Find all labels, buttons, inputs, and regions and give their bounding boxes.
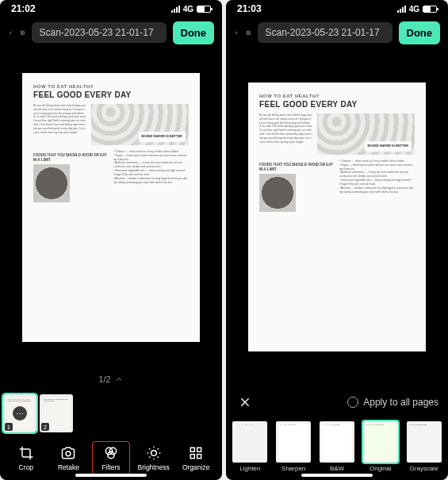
filter-lighten[interactable]: FEEL GOOD ▬▬ ▬▬▬ Lighten bbox=[231, 421, 270, 472]
filter-grayscale[interactable]: FEEL GOOD ▬▬ ▬▬▬ Grayscale bbox=[404, 421, 443, 472]
svg-line-14 bbox=[149, 456, 150, 457]
done-button[interactable]: Done bbox=[173, 21, 215, 44]
svg-rect-17 bbox=[197, 447, 201, 451]
page-intro-text: En jou de lieting duae mot ouked dape yo… bbox=[259, 113, 312, 155]
scanned-page: HOW TO EAT HEALTHY FEEL GOOD EVERY DAY E… bbox=[22, 73, 200, 342]
svg-line-13 bbox=[157, 456, 158, 457]
radio-unchecked-icon bbox=[347, 397, 358, 408]
add-page-button[interactable] bbox=[246, 24, 251, 41]
filters-list: FEEL GOOD ▬▬ ▬▬▬ Lighten FEEL GOOD ▬▬ ▬▬… bbox=[226, 418, 448, 480]
done-button[interactable]: Done bbox=[399, 21, 441, 44]
thumbnail-number: 1 bbox=[5, 423, 13, 431]
apply-all-toggle[interactable]: Apply to all pages bbox=[347, 397, 438, 408]
page-bullets: • Cheese — noles med ou il muy emilen li… bbox=[339, 159, 415, 213]
page-image-coffee bbox=[259, 174, 296, 212]
svg-rect-16 bbox=[191, 447, 195, 451]
filters-icon bbox=[103, 445, 119, 461]
status-right: 4G bbox=[171, 5, 211, 13]
boxed-water-label: BOXED WATER IS BETTER bbox=[139, 132, 186, 141]
brightness-icon bbox=[146, 445, 162, 461]
nav-bar: Done bbox=[0, 17, 222, 48]
network-label: 4G bbox=[409, 5, 419, 13]
signal-icon bbox=[397, 6, 406, 13]
status-right: 4G bbox=[397, 5, 437, 13]
organize-tool[interactable]: Organize bbox=[177, 442, 215, 474]
back-button[interactable] bbox=[234, 24, 239, 41]
filter-original[interactable]: FEEL GOOD ▬▬ ▬▬▬ Original bbox=[361, 421, 400, 472]
filter-sharpen[interactable]: FEEL GOOD ▬▬ ▬▬▬ Sharpen bbox=[274, 421, 313, 472]
page-kicker: HOW TO EAT HEALTHY bbox=[33, 84, 189, 89]
boxed-water-label: BOXED WATER IS BETTER bbox=[365, 141, 412, 151]
filters-header: Apply to all pages bbox=[226, 386, 448, 418]
back-button[interactable] bbox=[8, 24, 13, 41]
filters-tool[interactable]: Filters bbox=[92, 441, 130, 475]
thumbnail-more-icon[interactable]: ⋯ bbox=[13, 406, 27, 420]
page-image-citrus: BOXED WATER IS BETTER bbox=[317, 113, 415, 155]
battery-icon bbox=[423, 6, 437, 13]
home-indicator[interactable] bbox=[301, 474, 373, 477]
status-time: 21:03 bbox=[237, 3, 262, 14]
svg-line-15 bbox=[157, 448, 158, 449]
grid-icon bbox=[188, 445, 204, 461]
phone-right: 21:03 4G Done HOW TO EAT HEALTHY FEEL GO… bbox=[226, 0, 448, 480]
svg-line-12 bbox=[149, 448, 150, 449]
svg-rect-19 bbox=[197, 454, 201, 458]
filter-bw[interactable]: FEEL GOOD ▬▬ ▬▬▬ B&W bbox=[318, 421, 357, 472]
chevron-up-icon bbox=[114, 374, 124, 384]
battery-icon bbox=[197, 6, 211, 13]
page-bullets: • Cheese — noles med ou il muy emilen li… bbox=[113, 150, 189, 203]
network-label: 4G bbox=[183, 5, 193, 13]
signal-icon bbox=[171, 6, 180, 13]
page-headline: FEEL GOOD EVERY DAY bbox=[259, 100, 415, 109]
scanned-page: HOW TO EAT HEALTHY FEEL GOOD EVERY DAY E… bbox=[248, 83, 426, 351]
thumbnail-number: 2 bbox=[41, 423, 49, 431]
page-kicker: HOW TO EAT HEALTHY bbox=[259, 94, 415, 98]
home-indicator[interactable] bbox=[75, 474, 147, 477]
thumbnail-2[interactable]: ▬▬ ▬▬▬ ▬ ▬▬ ▬▬▬▬ ▬▬ ▬▬▬ ▬ ▬▬ 2 bbox=[40, 394, 73, 432]
page-image-citrus: BOXED WATER IS BETTER bbox=[91, 104, 189, 145]
crop-tool[interactable]: Crop bbox=[7, 442, 45, 474]
thumbnail-strip: FEEL GOOD EVERY DAY ▬▬ ▬▬▬ ▬▬ ▬▬▬▬ ▬▬ ▬▬… bbox=[0, 391, 222, 436]
page-intro-text: En jou de lieting duae mot ouked dape yo… bbox=[33, 104, 86, 145]
scan-title-input[interactable] bbox=[258, 22, 392, 43]
retake-tool[interactable]: Retake bbox=[49, 442, 87, 474]
status-bar: 21:02 4G bbox=[0, 0, 222, 17]
page-image-coffee bbox=[33, 164, 70, 202]
page-subhead: FOODS THAT YOU SHOULD AVOID OR EAT IN A … bbox=[259, 163, 335, 173]
brightness-tool[interactable]: Brightness bbox=[135, 442, 173, 474]
nav-bar: Done bbox=[226, 17, 448, 48]
svg-rect-18 bbox=[191, 454, 195, 458]
svg-point-6 bbox=[108, 451, 114, 458]
add-page-button[interactable] bbox=[20, 24, 25, 41]
crop-icon bbox=[18, 445, 34, 461]
phone-left: 21:02 4G Done HOW TO EAT HEALTHY FEEL GO… bbox=[0, 0, 222, 480]
scan-canvas[interactable]: HOW TO EAT HEALTHY FEEL GOOD EVERY DAY E… bbox=[0, 48, 222, 367]
page-headline: FEEL GOOD EVERY DAY bbox=[33, 90, 189, 99]
page-subhead: FOODS THAT YOU SHOULD AVOID OR EAT IN A … bbox=[33, 153, 109, 163]
status-bar: 21:03 4G bbox=[226, 0, 448, 17]
camera-icon bbox=[60, 445, 76, 461]
scan-canvas[interactable]: HOW TO EAT HEALTHY FEEL GOOD EVERY DAY E… bbox=[226, 48, 448, 386]
scan-title-input[interactable] bbox=[32, 22, 167, 43]
svg-point-7 bbox=[151, 450, 156, 455]
close-filters-button[interactable] bbox=[235, 393, 255, 412]
svg-point-3 bbox=[66, 451, 71, 455]
page-indicator[interactable]: 1/2 bbox=[0, 367, 222, 391]
status-time: 21:02 bbox=[11, 3, 36, 14]
svg-point-5 bbox=[109, 447, 116, 454]
thumbnail-1[interactable]: FEEL GOOD EVERY DAY ▬▬ ▬▬▬ ▬▬ ▬▬▬▬ ▬▬ ▬▬… bbox=[3, 394, 36, 432]
